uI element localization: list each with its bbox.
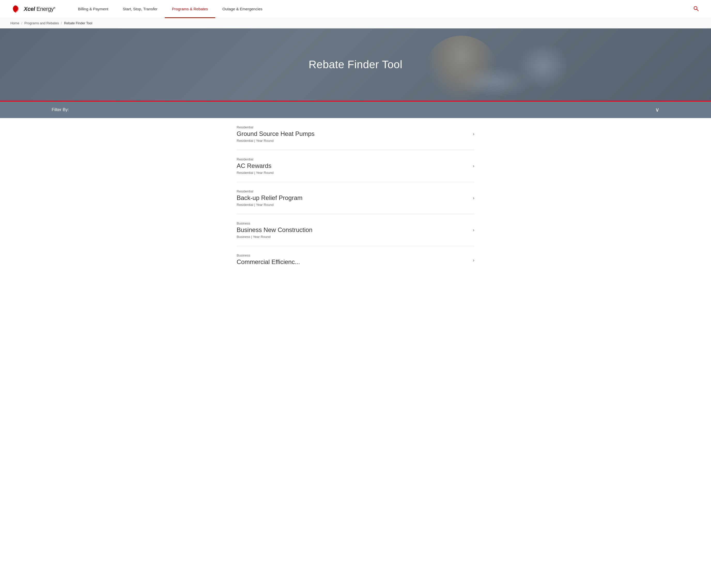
result-title: Business New Construction bbox=[237, 226, 468, 234]
result-category: Business bbox=[237, 221, 468, 225]
result-category: Residential bbox=[237, 189, 468, 193]
main-nav: Billing & Payment Start, Stop, Transfer … bbox=[71, 0, 691, 18]
result-meta: Residential | Year Round bbox=[237, 203, 468, 207]
breadcrumb-sep-1: / bbox=[21, 21, 22, 25]
result-arrow-icon: › bbox=[473, 227, 474, 233]
result-title: Back-up Relief Program bbox=[237, 194, 468, 201]
hero-section: Rebate Finder Tool bbox=[0, 28, 711, 101]
logo-text: Xcel Energy® bbox=[24, 6, 55, 13]
result-content: Residential Ground Source Heat Pumps Res… bbox=[237, 125, 468, 143]
result-meta: Residential | Year Round bbox=[237, 171, 468, 175]
result-category: Residential bbox=[237, 157, 468, 161]
result-item-ground-source[interactable]: Residential Ground Source Heat Pumps Res… bbox=[237, 118, 474, 150]
result-arrow-icon: › bbox=[473, 163, 474, 169]
search-icon bbox=[693, 6, 698, 11]
breadcrumb-sep-2: / bbox=[61, 21, 62, 25]
result-content: Residential Back-up Relief Program Resid… bbox=[237, 189, 468, 207]
nav-programs[interactable]: Programs & Rebates bbox=[165, 0, 215, 18]
result-meta: Residential | Year Round bbox=[237, 139, 468, 143]
result-item-backup-relief[interactable]: Residential Back-up Relief Program Resid… bbox=[237, 182, 474, 214]
result-item-business-new-construction[interactable]: Business Business New Construction Busin… bbox=[237, 214, 474, 246]
result-category: Business bbox=[237, 254, 468, 257]
result-arrow-icon: › bbox=[473, 195, 474, 201]
breadcrumb: Home / Programs and Rebates / Rebate Fin… bbox=[0, 18, 711, 28]
page-title: Rebate Finder Tool bbox=[308, 58, 402, 71]
main-header: Xcel Energy® Billing & Payment Start, St… bbox=[0, 0, 711, 18]
nav-billing[interactable]: Billing & Payment bbox=[71, 0, 116, 18]
result-content: Residential AC Rewards Residential | Yea… bbox=[237, 157, 468, 175]
svg-point-1 bbox=[694, 6, 697, 9]
result-arrow-icon: › bbox=[473, 258, 474, 263]
results-list: Residential Ground Source Heat Pumps Res… bbox=[232, 118, 479, 274]
breadcrumb-programs[interactable]: Programs and Rebates bbox=[24, 21, 59, 25]
result-arrow-icon: › bbox=[473, 131, 474, 137]
logo[interactable]: Xcel Energy® bbox=[10, 3, 55, 15]
result-content: Business Commercial Efficienc... bbox=[237, 254, 468, 267]
result-title: Commercial Efficienc... bbox=[237, 258, 468, 266]
filter-bar[interactable]: Filter By: ∨ bbox=[0, 102, 711, 118]
nav-start-stop[interactable]: Start, Stop, Transfer bbox=[115, 0, 165, 18]
xcel-logo-icon bbox=[10, 3, 22, 15]
result-category: Residential bbox=[237, 125, 468, 129]
result-title: Ground Source Heat Pumps bbox=[237, 130, 468, 137]
result-item-ac-rewards[interactable]: Residential AC Rewards Residential | Yea… bbox=[237, 150, 474, 182]
result-content: Business Business New Construction Busin… bbox=[237, 221, 468, 239]
result-title: AC Rewards bbox=[237, 162, 468, 170]
nav-outage[interactable]: Outage & Emergencies bbox=[215, 0, 270, 18]
breadcrumb-home[interactable]: Home bbox=[10, 21, 19, 25]
filter-label: Filter By: bbox=[52, 107, 69, 112]
svg-line-2 bbox=[697, 9, 698, 11]
result-meta: Business | Year Round bbox=[237, 235, 468, 239]
filter-chevron-icon: ∨ bbox=[655, 106, 659, 113]
search-button[interactable] bbox=[691, 4, 701, 14]
result-item-commercial-efficiency[interactable]: Business Commercial Efficienc... › bbox=[237, 246, 474, 274]
breadcrumb-current: Rebate Finder Tool bbox=[64, 21, 92, 25]
